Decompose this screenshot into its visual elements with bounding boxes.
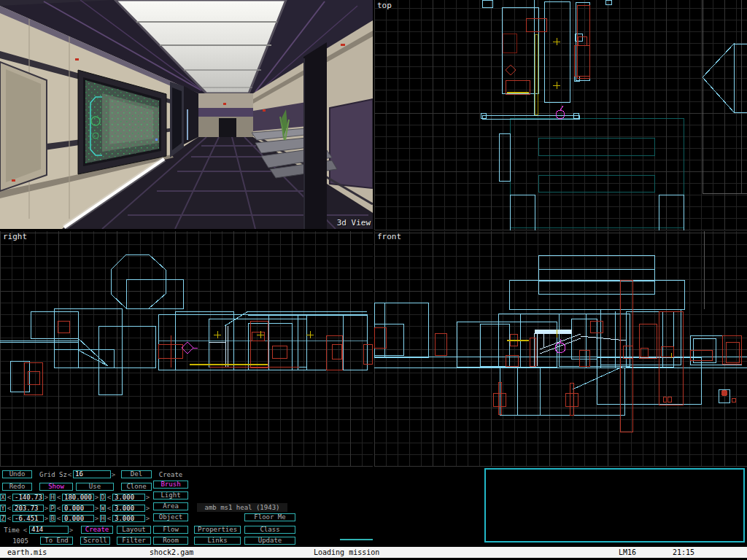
viewport-front-label: front [377,233,401,241]
depth-label: D [100,494,106,501]
redo-button[interactable]: Redo [2,483,32,491]
flow-mode-button[interactable]: Flow [153,526,188,534]
height-field[interactable]: 3.000 [112,515,145,522]
x-coord-label: X [0,494,6,501]
filter-button[interactable]: Filter [117,537,151,545]
room-mode-button[interactable]: Room [153,537,188,545]
x-left-arrow-icon[interactable]: < [7,494,12,501]
selected-brush [209,326,228,368]
y-coord-label: Y [0,505,6,512]
links-button[interactable]: Links [194,537,241,545]
x-right-arrow-icon[interactable]: > [44,494,49,501]
viewport-3d[interactable]: 3d View [0,0,373,229]
selected-brush [534,330,626,366]
status-clock: 21:15 [673,547,694,558]
bank-field[interactable]: 0.000 [62,515,94,522]
current-selection-label: amb ms1 heal (1943) [197,503,287,512]
z-left-arrow-icon[interactable]: < [7,515,12,522]
room-brushes [510,118,684,228]
grid-sz-right-arrow-icon[interactable]: > [111,470,116,478]
depth-field[interactable]: 3.000 [112,494,145,501]
light-mode-button[interactable]: Light [153,491,188,499]
pitch-right-arrow-icon[interactable]: > [94,505,99,512]
pitch-field[interactable]: 0.000 [62,505,94,512]
z-coord-label: Z [0,515,6,522]
x-coord-field[interactable]: -140.73 [12,494,44,501]
width-right-arrow-icon[interactable]: > [145,505,150,512]
y-right-arrow-icon[interactable]: > [44,505,49,512]
front-view-canvas [374,231,747,467]
frame-count-label: 1005 [6,537,35,545]
camera-marker [182,342,198,354]
brush-mode-button[interactable]: Brush [153,481,188,489]
object-boxes [374,280,741,432]
grid-sz-field[interactable]: 16 [73,470,111,478]
heading-left-arrow-icon[interactable]: < [56,494,61,501]
grid-sz-left-arrow-icon[interactable]: < [67,470,72,478]
3d-scene-canvas [0,0,373,229]
clone-button[interactable]: Clone [121,483,152,491]
viewport-front[interactable]: front [374,231,747,467]
heading-label: H [50,494,55,501]
status-mission-file: earth.mis [7,547,47,558]
status-lightmap-mode: LM16 [619,547,636,558]
grid-sz-label: Grid Sz [39,470,67,478]
depth-right-arrow-icon[interactable]: > [145,494,150,501]
viewport-top[interactable]: top [374,0,747,230]
bank-right-arrow-icon[interactable]: > [94,515,99,522]
terrain-brushes [0,254,367,394]
floor-me-button[interactable]: Floor Me [244,513,295,521]
viewport-right-label: right [3,233,27,241]
width-field[interactable]: 3.000 [112,505,145,512]
undo-button[interactable]: Undo [2,470,32,478]
object-boxes [24,321,372,394]
del-button[interactable]: Del [121,470,152,478]
time-right-arrow-icon[interactable]: > [69,526,74,534]
object-mode-button[interactable]: Object [153,513,188,521]
use-button[interactable]: Use [76,483,114,491]
time-label: Time [1,526,22,534]
properties-button[interactable]: Properties [194,526,241,534]
create-header-label: Create [153,470,188,478]
time-field[interactable]: 414 [29,526,69,534]
width-left-arrow-icon[interactable]: < [107,505,112,512]
status-message: Loading mission [314,547,379,558]
y-coord-field[interactable]: 203.73 [12,505,44,512]
scroll-button[interactable]: Scroll [80,537,110,545]
pitch-left-arrow-icon[interactable]: < [56,505,61,512]
top-view-canvas [374,0,747,230]
viewport-right[interactable]: right [0,231,373,467]
bank-left-arrow-icon[interactable]: < [56,515,61,522]
terrain-brushes [481,0,747,230]
to-end-button[interactable]: To End [40,537,73,545]
pitch-label: P [50,505,55,512]
class-button[interactable]: Class [244,526,295,534]
height-label: H [100,515,106,522]
height-left-arrow-icon[interactable]: < [107,515,112,522]
bank-label: B [50,515,55,522]
status-bar: earth.mis shock2.gam Loading mission LM1… [0,547,747,558]
viewport-3d-label: 3d View [337,219,371,228]
heading-field[interactable]: 180.000 [62,494,94,501]
z-right-arrow-icon[interactable]: > [44,515,49,522]
light-markers [553,38,560,89]
update-button[interactable]: Update [244,537,295,545]
shocked-editor-screen: 3d View [0,0,747,560]
y-left-arrow-icon[interactable]: < [7,505,12,512]
area-mode-button[interactable]: Area [153,502,188,510]
monolog-window [484,468,745,542]
height-right-arrow-icon[interactable]: > [145,515,150,522]
layout-button[interactable]: Layout [117,526,151,534]
create-button[interactable]: Create [81,526,113,534]
camera-marker [556,106,565,119]
show-button[interactable]: Show [39,483,73,491]
right-view-canvas [0,231,373,467]
viewport-top-label: top [377,1,392,10]
terrain-brushes [374,255,747,415]
depth-left-arrow-icon[interactable]: < [107,494,112,501]
status-gamesys-file: shock2.gam [150,547,193,558]
heading-right-arrow-icon[interactable]: > [94,494,99,501]
time-left-arrow-icon[interactable]: < [23,526,28,534]
width-label: W [100,505,106,512]
z-coord-field[interactable]: -6.451 [12,515,44,522]
